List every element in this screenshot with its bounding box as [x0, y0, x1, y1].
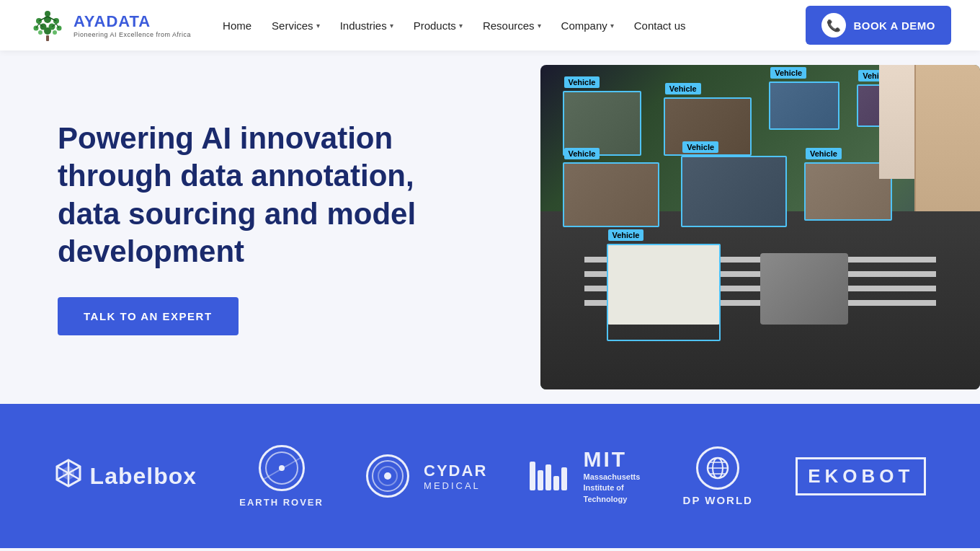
book-demo-button[interactable]: 📞 BOOK A DEMO	[806, 6, 951, 45]
labelbox-text: Labelbox	[90, 463, 197, 490]
nav-products[interactable]: Products ▾	[405, 14, 471, 38]
detection-box-6: Vehicle	[681, 156, 786, 227]
nav-company[interactable]: Company ▾	[553, 14, 623, 38]
logo-tagline: Pioneering AI Excellence from Africa	[74, 31, 191, 38]
logo-icon	[29, 6, 66, 44]
dp-world-logo: DP WORLD	[683, 446, 753, 506]
phone-icon-circle: 📞	[821, 13, 846, 38]
dp-world-globe-icon	[705, 455, 731, 481]
svg-rect-11	[46, 35, 49, 41]
svg-point-9	[44, 27, 51, 35]
services-chevron-icon: ▾	[316, 22, 320, 30]
mit-name: MIT	[583, 447, 640, 472]
detection-box-5: Vehicle	[563, 162, 659, 227]
navbar-left: AYADATA Pioneering AI Excellence from Af…	[29, 6, 695, 44]
earth-rover-logo: EARTH ROVER	[239, 445, 324, 508]
ekobot-logo: EKOBOT	[796, 457, 926, 495]
mit-bars	[530, 462, 567, 490]
earth-rover-text: EARTH ROVER	[239, 497, 324, 508]
industries-chevron-icon: ▾	[390, 22, 393, 30]
labelbox-icon	[54, 459, 83, 494]
hero-image-container: Vehicle Vehicle Vehicle Vehicle Vehicle …	[540, 65, 980, 389]
products-chevron-icon: ▾	[459, 22, 463, 30]
nav-links: Home Services ▾ Industries ▾ Products ▾ …	[214, 14, 694, 38]
logo-brand: AYADATA	[74, 12, 191, 31]
partner-strip: Labelbox EARTH ROVER CYDAR MEDICAL	[0, 404, 980, 548]
hero-content: Powering AI innovation through data anno…	[58, 76, 432, 379]
cydar-logo: CYDAR MEDICAL	[366, 454, 487, 498]
hero-title: Powering AI innovation through data anno…	[58, 120, 432, 271]
detection-label-3: Vehicle	[770, 67, 806, 79]
detection-label-7: Vehicle	[806, 148, 842, 159]
nav-resources[interactable]: Resources ▾	[474, 14, 550, 38]
ekobot-text: EKOBOT	[796, 457, 926, 495]
resources-chevron-icon: ▾	[538, 22, 541, 30]
detection-label-5: Vehicle	[564, 148, 600, 159]
mit-logo: MIT Massachusetts Institute of Technolog…	[530, 447, 640, 505]
nav-contact[interactable]: Contact us	[625, 14, 695, 38]
nav-home[interactable]: Home	[214, 14, 260, 38]
detection-label-6: Vehicle	[682, 141, 718, 153]
detection-box-3: Vehicle	[769, 81, 839, 131]
company-chevron-icon: ▾	[610, 22, 614, 30]
detection-box-8: Vehicle	[607, 244, 721, 341]
dp-world-text: DP WORLD	[683, 494, 753, 506]
logo-text: AYADATA Pioneering AI Excellence from Af…	[74, 12, 191, 38]
detection-label-1: Vehicle	[564, 76, 600, 88]
navbar: AYADATA Pioneering AI Excellence from Af…	[0, 0, 980, 50]
hero-image: Vehicle Vehicle Vehicle Vehicle Vehicle …	[512, 50, 980, 404]
book-demo-label: BOOK A DEMO	[853, 19, 935, 32]
detection-box-1: Vehicle	[563, 91, 642, 156]
logo[interactable]: AYADATA Pioneering AI Excellence from Af…	[29, 6, 191, 44]
mit-full: Massachusetts Institute of Technology	[583, 472, 640, 505]
cydar-sub: MEDICAL	[424, 480, 487, 491]
labelbox-logo: Labelbox	[54, 459, 197, 494]
svg-point-10	[53, 30, 57, 35]
svg-point-0	[45, 11, 50, 17]
cydar-name: CYDAR	[424, 462, 487, 480]
nav-services[interactable]: Services ▾	[263, 14, 329, 38]
hero-background: Vehicle Vehicle Vehicle Vehicle Vehicle …	[540, 65, 980, 389]
svg-point-8	[38, 30, 43, 35]
phone-icon: 📞	[827, 19, 842, 32]
detection-label-2: Vehicle	[665, 83, 701, 94]
hero-section: Powering AI innovation through data anno…	[0, 50, 980, 404]
talk-to-expert-button[interactable]: TALK TO AN EXPERT	[58, 297, 239, 335]
detection-label-8: Vehicle	[608, 229, 644, 241]
nav-industries[interactable]: Industries ▾	[331, 14, 402, 38]
